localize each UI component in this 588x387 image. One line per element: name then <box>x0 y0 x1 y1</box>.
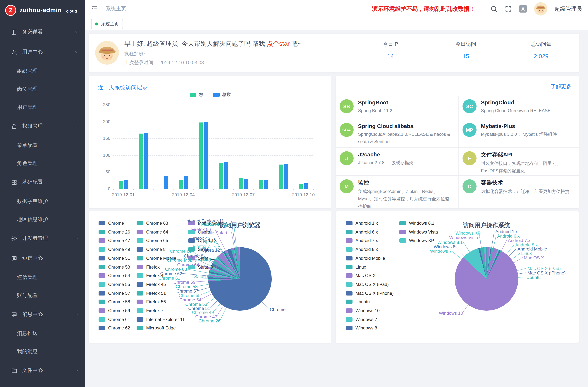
font-size-icon[interactable]: A <box>519 5 527 13</box>
legend-item[interactable]: Chrome <box>99 221 124 226</box>
sidebar-subitem[interactable]: 数据字典维护 <box>0 192 85 210</box>
browser-pie-chart[interactable] <box>208 247 272 311</box>
app-logo[interactable]: Z zuihou-admin cloud <box>0 0 85 21</box>
bar-您 <box>299 184 303 189</box>
legend-item[interactable]: Chrome 8 <box>137 247 166 252</box>
framework-title: SpringBoot <box>358 99 392 105</box>
stat-label: 今日IP <box>353 41 428 48</box>
legend-item[interactable]: Chrome 64 <box>137 229 168 234</box>
legend-item[interactable]: Chrome 65 <box>137 238 168 243</box>
sidebar-subitem[interactable]: 短信管理 <box>0 268 85 286</box>
sidebar-subitem[interactable]: 岗位管理 <box>0 80 85 98</box>
legend-item[interactable]: Chrome 26 <box>99 229 130 234</box>
legend-item[interactable]: Chrome 57 <box>99 290 130 296</box>
legend-label: Chrome <box>108 221 124 226</box>
legend-swatch <box>137 300 143 304</box>
sidebar-subitem[interactable]: 我的消息 <box>0 342 85 360</box>
breadcrumb[interactable]: 系统主页 <box>105 5 126 12</box>
legend-item[interactable]: Android 8.x <box>346 247 378 252</box>
legend-item[interactable]: Firefox 7 <box>137 308 163 313</box>
legend-swatch <box>346 326 353 330</box>
learn-more-link[interactable]: 了解更多 <box>551 83 571 90</box>
os-pie-chart[interactable] <box>455 247 518 311</box>
sidebar-subitem[interactable]: 消息推送 <box>0 324 85 342</box>
legend-label: Chrome 61 <box>108 317 130 322</box>
framework-desc: 封装文件接口，实现本地存储、阿里云、FastDFS存储的配置化 <box>481 160 574 175</box>
legend-item[interactable]: Chrome 47 <box>99 238 130 243</box>
legend-item[interactable]: Ubuntu <box>346 299 370 305</box>
legend-item[interactable]: Firefox 45 <box>137 282 166 287</box>
legend-item[interactable]: Firefox <box>137 264 160 269</box>
legend-item[interactable]: Internet Explorer 11 <box>137 317 185 322</box>
legend-item[interactable]: Linux <box>346 264 366 269</box>
last-login-label: 上次登录时间： <box>124 60 158 65</box>
legend-item[interactable]: Firefox 51 <box>137 290 166 296</box>
username-text[interactable]: 超级管理员 <box>554 5 582 12</box>
search-icon[interactable] <box>490 5 498 13</box>
sidebar-item-grid[interactable]: 基础配置 <box>0 172 85 192</box>
sidebar-item-user[interactable]: 用户中心 <box>0 42 85 62</box>
sidebar-item-message[interactable]: 消息中心 <box>0 304 85 324</box>
legend-item[interactable]: Chrome 58 <box>99 299 130 305</box>
star-link[interactable]: 点个star <box>267 40 290 47</box>
lock-icon <box>11 123 17 129</box>
legend-item[interactable]: Windows XP <box>399 238 434 243</box>
sidebar-subitem[interactable]: 组织管理 <box>0 62 85 80</box>
legend-swatch <box>99 247 105 252</box>
sidebar-item-folder[interactable]: 文件中心 <box>0 360 85 380</box>
y-axis-label: 200 <box>95 119 110 124</box>
legend-item[interactable]: Chrome 62 <box>99 326 130 331</box>
sidebar-collapse-button[interactable] <box>91 5 98 13</box>
legend-item[interactable]: Microsoft Edge <box>137 326 176 331</box>
welcome-avatar <box>95 41 119 64</box>
bar-总数 <box>204 122 208 189</box>
legend-item[interactable]: Android 6.x <box>346 229 378 234</box>
legend-item[interactable]: Firefox 56 <box>137 299 166 305</box>
sidebar-item-lock[interactable]: 权限管理 <box>0 116 85 136</box>
legend-item[interactable]: Mac OS X (iPhone) <box>346 290 394 296</box>
framework-info: Mybatis-PlusMybatis-plus 3.2.0： Mybatis … <box>481 122 557 147</box>
user-avatar[interactable] <box>534 2 547 16</box>
sidebar-item-notebook[interactable]: 务必详看 <box>0 22 85 42</box>
legend-item[interactable]: Chrome 61 <box>99 317 130 322</box>
legend-label: Linux <box>356 264 366 269</box>
legend-item[interactable]: Windows 8.1 <box>399 221 434 226</box>
framework-title: Spring Cloud alibaba <box>358 123 453 129</box>
legend-item[interactable]: Android 1.x <box>346 221 378 226</box>
legend-item[interactable]: Windows 10 <box>346 308 380 313</box>
sidebar-subitem[interactable]: 角色管理 <box>0 154 85 172</box>
sidebar-item-label: 基础配置 <box>22 179 43 185</box>
tab-home[interactable]: 系统主页 <box>91 19 123 29</box>
legend-label: Windows 7 <box>356 317 377 322</box>
sidebar-item-gear[interactable]: 开发者管理 <box>0 228 85 248</box>
framework-info: 文件存储API封装文件接口，实现本地存储、阿里云、FastDFS存储的配置化 <box>481 151 574 175</box>
sidebar-subitem[interactable]: 用户管理 <box>0 98 85 116</box>
legend-item[interactable]: Android 7.x <box>346 238 378 243</box>
legend-item[interactable]: Chrome 55 <box>99 282 130 287</box>
legend-item[interactable]: Chrome 53 <box>99 264 130 269</box>
legend-swatch <box>346 317 353 322</box>
pie-label: Opera 12 <box>202 247 220 253</box>
legend-item[interactable]: Chrome 63 <box>137 221 168 226</box>
legend-item[interactable]: Mac OS X <box>346 273 376 278</box>
sidebar-subitem[interactable]: 地区信息维护 <box>0 210 85 228</box>
legend-swatch <box>346 256 353 261</box>
legend-item[interactable]: Windows 7 <box>346 317 377 322</box>
legend-item[interactable]: Chrome 51 <box>99 256 130 261</box>
stat-item: 今日IP14 <box>353 41 428 60</box>
sidebar-item-sms[interactable]: 短信中心 <box>0 248 85 268</box>
legend-item[interactable]: Chrome 49 <box>99 247 130 252</box>
legend-item[interactable]: Android Mobile <box>346 256 385 261</box>
fullscreen-icon[interactable] <box>504 5 512 13</box>
sidebar-subitem[interactable]: 账号配置 <box>0 286 85 304</box>
legend-item[interactable]: Mac OS X (iPad) <box>346 282 389 287</box>
legend-item[interactable]: Chrome 54 <box>99 273 130 278</box>
framework-desc: Mybatis-plus 3.2.0： Mybatis 增强组件 <box>481 131 557 138</box>
bar-您 <box>139 133 143 189</box>
legend-label: Chrome 54 <box>108 273 130 278</box>
legend-item[interactable]: Windows Vista <box>399 229 438 234</box>
tab-label: 系统主页 <box>101 21 119 27</box>
sidebar-subitem[interactable]: 菜单配置 <box>0 136 85 154</box>
legend-item[interactable]: Windows 8 <box>346 326 377 331</box>
legend-item[interactable]: Chrome 59 <box>99 308 130 313</box>
